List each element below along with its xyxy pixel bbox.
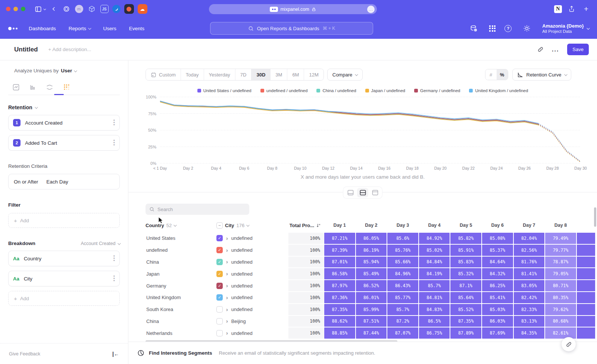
retention-cell[interactable]: 85.02%	[419, 245, 450, 256]
extension-avatar-icon[interactable]: m	[75, 5, 83, 13]
more-options-icon[interactable]: ...	[552, 46, 559, 53]
filter-add-button[interactable]: + Add	[8, 213, 120, 228]
day-column-header[interactable]: Day 2	[356, 223, 387, 228]
more-options-icon[interactable]: •••	[113, 139, 115, 146]
close-window-button[interactable]	[6, 7, 10, 11]
extension-ring-icon[interactable]	[62, 4, 71, 14]
more-options-icon[interactable]: •••	[113, 119, 115, 126]
retention-cell[interactable]: 80.35%	[545, 292, 576, 303]
retention-cell[interactable]: 80.71%	[545, 280, 576, 291]
segments-title[interactable]: Find Interesting Segments	[149, 350, 212, 356]
table-search-input[interactable]	[157, 207, 240, 212]
breakdown-add-button[interactable]: + Add	[8, 291, 120, 306]
row-checkbox[interactable]: ✓	[216, 294, 223, 301]
retention-cell[interactable]: 85.41%	[482, 292, 513, 303]
range-6m[interactable]: 6M	[287, 69, 304, 80]
retention-curve-plot[interactable]	[159, 96, 582, 165]
retention-cell[interactable]: 85.7%	[419, 280, 450, 291]
retention-cell[interactable]: 84.64%	[482, 257, 513, 268]
retention-cell[interactable]: 86.43%	[387, 280, 418, 291]
retention-cell[interactable]: 87.1%	[450, 280, 481, 291]
retention-cell[interactable]: 86.01%	[356, 292, 387, 303]
retention-step-card[interactable]: 1Account Created•••	[8, 115, 120, 131]
retention-cell[interactable]: 84.84%	[419, 257, 450, 268]
settings-gear-icon[interactable]	[523, 25, 531, 32]
retention-cell[interactable]: 83.13%	[514, 316, 545, 327]
retention-step-card[interactable]: 2Added To Cart•••	[8, 135, 120, 151]
table-row[interactable]: Germany✓›undefined100%87.97%86.52%86.43%…	[146, 280, 597, 292]
range-today[interactable]: Today	[181, 69, 204, 80]
address-more-button[interactable]: ...	[367, 6, 375, 13]
floating-share-link-button[interactable]	[562, 337, 576, 351]
nav-item-users[interactable]: Users	[103, 26, 116, 31]
nav-item-reports[interactable]: Reports	[69, 26, 91, 31]
tab-insights[interactable]	[12, 83, 20, 91]
retention-cell[interactable]: 85.32%	[450, 268, 481, 279]
table-row[interactable]: United Kingdom✓›undefined100%87.36%86.01…	[146, 292, 597, 304]
tab-retention[interactable]	[62, 83, 71, 91]
retention-cell[interactable]: 84.83%	[419, 304, 450, 315]
retention-cell[interactable]: 81.41%	[514, 268, 545, 279]
criteria-card[interactable]: On or After Each Day	[8, 174, 120, 189]
vertical-scrollbar[interactable]	[594, 207, 596, 227]
layout-chart-only-button[interactable]	[345, 188, 356, 197]
retention-cell[interactable]: 82.04%	[514, 233, 545, 244]
retention-cell[interactable]: 85.76%	[387, 245, 418, 256]
retention-cell[interactable]: 83.05%	[514, 280, 545, 291]
retention-cell[interactable]: 85.03%	[482, 304, 513, 315]
retention-cell[interactable]: 87.36%	[324, 292, 355, 303]
legend-item[interactable]: undefined / undefined	[260, 88, 308, 93]
retention-cell[interactable]: 84.92%	[419, 233, 450, 244]
range-custom[interactable]: Custom	[146, 69, 181, 80]
day-column-header[interactable]: Day 5	[450, 223, 482, 228]
row-checkbox[interactable]: ✓	[216, 283, 223, 289]
more-options-icon[interactable]: •••	[113, 275, 115, 282]
retention-cell[interactable]: 87.07%	[387, 327, 418, 339]
row-checkbox[interactable]: ✓	[216, 247, 223, 253]
retention-cell[interactable]: 87.51%	[356, 316, 387, 327]
browser-sidebar-icon[interactable]	[35, 6, 46, 13]
data-management-icon[interactable]	[470, 25, 478, 32]
chart-type-button[interactable]: Retention Curve	[512, 69, 571, 81]
legend-item[interactable]: Japan / undefined	[365, 88, 405, 93]
retention-cell[interactable]: 85.7%	[387, 304, 418, 315]
series-line[interactable]	[160, 101, 538, 123]
retention-cell[interactable]: 85.49%	[356, 268, 387, 279]
retention-cell[interactable]: 88.85%	[324, 327, 355, 339]
retention-cell[interactable]: 87.01%	[324, 257, 355, 268]
nav-item-events[interactable]: Events	[129, 26, 144, 31]
retention-cell[interactable]: 84.19%	[419, 268, 450, 279]
legend-item[interactable]: United States / undefined	[197, 88, 251, 93]
table-row[interactable]: undefined✓›undefined100%87.39%86.19%85.7…	[146, 244, 597, 256]
extension-producthunt-icon[interactable]	[124, 4, 134, 14]
day-column-header[interactable]: Day 1	[324, 223, 356, 228]
report-title[interactable]: Untitled	[14, 46, 38, 53]
retention-cell[interactable]: 78.87%	[545, 257, 576, 268]
compare-button[interactable]: Compare	[327, 69, 363, 81]
row-checkbox[interactable]	[216, 318, 223, 324]
retention-cell[interactable]: 86.5%	[419, 316, 450, 327]
range-12m[interactable]: 12M	[304, 69, 323, 80]
retention-cell[interactable]: 85.37%	[482, 245, 513, 256]
back-icon[interactable]	[50, 6, 57, 12]
help-icon[interactable]: ?	[504, 25, 512, 32]
retention-cell[interactable]: 85.6%	[387, 233, 418, 244]
analyze-uniques-row[interactable]: Analyze Uniques by User	[8, 68, 120, 73]
range-yesterday[interactable]: Yesterday	[204, 69, 235, 80]
table-row[interactable]: China✓›undefined100%87.01%85.94%85.66%84…	[146, 256, 597, 268]
retention-cell[interactable]: 88.62%	[324, 316, 355, 327]
more-options-icon[interactable]: •••	[113, 255, 115, 262]
legend-item[interactable]: United Kingdom / undefined	[469, 88, 528, 93]
row-checkbox[interactable]	[216, 306, 223, 313]
day-column-header[interactable]: Day 7	[513, 223, 545, 228]
notion-extension-icon[interactable]: N	[554, 5, 562, 13]
retention-cell[interactable]: 82.61%	[545, 327, 576, 339]
breakdown-card[interactable]: AaCity•••	[8, 271, 120, 286]
layout-split-button[interactable]	[357, 188, 368, 197]
retention-cell[interactable]: 86.25%	[482, 280, 513, 291]
table-row[interactable]: China›Beijing100%88.62%87.51%87.2%86.5%8…	[146, 316, 597, 327]
criteria-each-day[interactable]: Each Day	[46, 179, 68, 185]
range-30d[interactable]: 30D	[251, 69, 271, 80]
table-row[interactable]: South Korea›undefined100%87.35%85.99%85.…	[146, 304, 597, 316]
row-checkbox[interactable]: ✓	[216, 235, 223, 241]
